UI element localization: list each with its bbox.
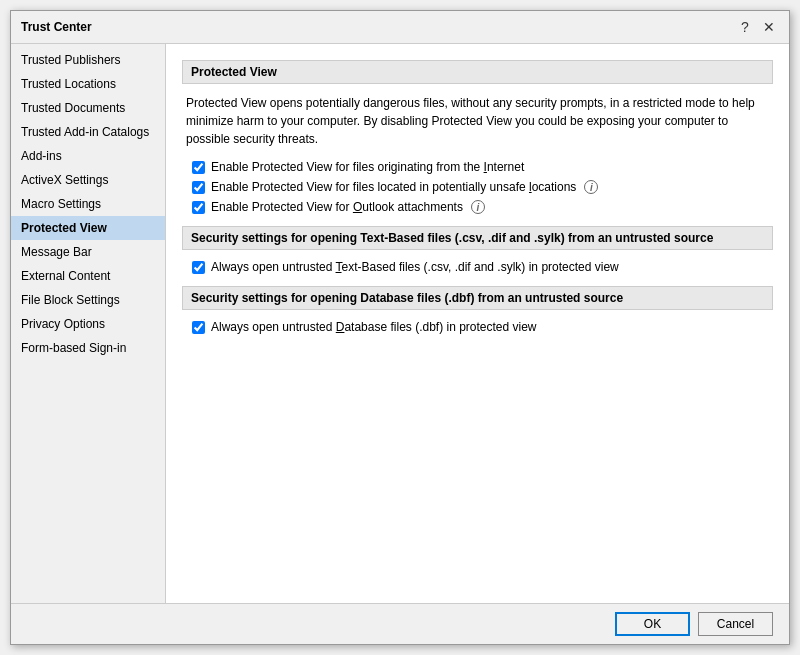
checkbox5-database[interactable] [192,321,205,334]
section2-header: Security settings for opening Text-Based… [182,226,773,250]
sidebar-item-privacy-options[interactable]: Privacy Options [11,312,165,336]
trust-center-dialog: Trust Center ? ✕ Trusted Publishers Trus… [10,10,790,645]
sidebar: Trusted Publishers Trusted Locations Tru… [11,44,166,603]
sidebar-item-add-ins[interactable]: Add-ins [11,144,165,168]
section1-header: Protected View [182,60,773,84]
info-icon-locations[interactable]: i [584,180,598,194]
help-button[interactable]: ? [735,17,755,37]
sidebar-item-macro-settings[interactable]: Macro Settings [11,192,165,216]
dialog-title: Trust Center [21,20,92,34]
sidebar-item-trusted-addin-catalogs[interactable]: Trusted Add-in Catalogs [11,120,165,144]
checkbox4-text-based[interactable] [192,261,205,274]
sidebar-item-file-block-settings[interactable]: File Block Settings [11,288,165,312]
sidebar-item-trusted-documents[interactable]: Trusted Documents [11,96,165,120]
checkbox2-label[interactable]: Enable Protected View for files located … [211,180,576,194]
checkbox4-label[interactable]: Always open untrusted Text-Based files (… [211,260,619,274]
checkbox4-row: Always open untrusted Text-Based files (… [192,260,773,274]
sidebar-item-external-content[interactable]: External Content [11,264,165,288]
sidebar-item-message-bar[interactable]: Message Bar [11,240,165,264]
info-icon-outlook[interactable]: i [471,200,485,214]
sidebar-item-form-based-sign-in[interactable]: Form-based Sign-in [11,336,165,360]
checkbox1-row: Enable Protected View for files originat… [192,160,773,174]
close-button[interactable]: ✕ [759,17,779,37]
checkbox1-label[interactable]: Enable Protected View for files originat… [211,160,524,174]
section3-header: Security settings for opening Database f… [182,286,773,310]
checkbox1-internet[interactable] [192,161,205,174]
checkbox3-row: Enable Protected View for Outlook attach… [192,200,773,214]
checkbox3-label[interactable]: Enable Protected View for Outlook attach… [211,200,463,214]
sidebar-item-protected-view[interactable]: Protected View [11,216,165,240]
title-bar-buttons: ? ✕ [735,17,779,37]
dialog-body: Trusted Publishers Trusted Locations Tru… [11,44,789,603]
checkbox5-label[interactable]: Always open untrusted Database files (.d… [211,320,537,334]
checkbox3-outlook[interactable] [192,201,205,214]
dialog-footer: OK Cancel [11,603,789,644]
main-content: Protected View Protected View opens pote… [166,44,789,603]
checkbox2-row: Enable Protected View for files located … [192,180,773,194]
sidebar-item-trusted-locations[interactable]: Trusted Locations [11,72,165,96]
protected-view-description: Protected View opens potentially dangero… [182,94,773,148]
ok-button[interactable]: OK [615,612,690,636]
checkbox2-unsafe-locations[interactable] [192,181,205,194]
sidebar-item-trusted-publishers[interactable]: Trusted Publishers [11,48,165,72]
cancel-button[interactable]: Cancel [698,612,773,636]
checkbox5-row: Always open untrusted Database files (.d… [192,320,773,334]
sidebar-item-activex-settings[interactable]: ActiveX Settings [11,168,165,192]
title-bar: Trust Center ? ✕ [11,11,789,44]
